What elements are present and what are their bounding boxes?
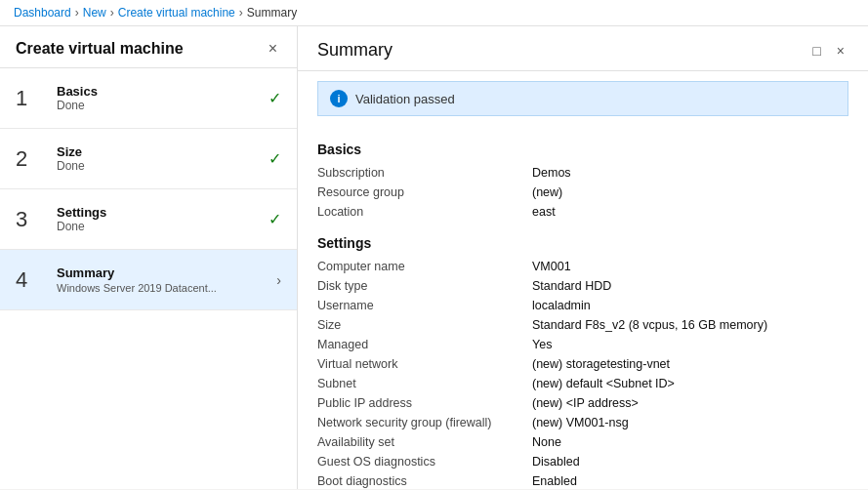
step-info-3: SettingsDone xyxy=(57,205,269,233)
detail-label: Public IP address xyxy=(317,396,532,410)
detail-value: VM001 xyxy=(532,260,571,273)
step-item-basics[interactable]: 1BasicsDone✓ xyxy=(0,68,297,129)
step-info-4: SummaryWindows Server 2019 Datacent... xyxy=(57,265,276,294)
detail-value: (new) xyxy=(532,185,562,199)
detail-label: Virtual network xyxy=(317,357,532,371)
breadcrumb: Dashboard › New › Create virtual machine… xyxy=(0,0,868,26)
detail-label: Managed xyxy=(317,338,532,351)
detail-label: Subscription xyxy=(317,166,532,180)
step-name-4: Summary xyxy=(57,265,276,280)
step-name-3: Settings xyxy=(57,205,269,220)
basics-section-title: Basics xyxy=(317,142,848,157)
table-row: Virtual network(new) storagetesting-vnet xyxy=(317,354,848,374)
checkmark-icon-1: ✓ xyxy=(269,89,281,107)
detail-value: (new) storagetesting-vnet xyxy=(532,357,670,371)
step-number-4: 4 xyxy=(16,267,47,293)
detail-value: Yes xyxy=(532,338,552,351)
breadcrumb-new[interactable]: New xyxy=(83,6,106,20)
table-row: ManagedYes xyxy=(317,335,848,354)
step-status-2: Done xyxy=(57,159,269,173)
breadcrumb-create-vm[interactable]: Create virtual machine xyxy=(118,6,235,20)
checkmark-icon-3: ✓ xyxy=(269,210,281,228)
detail-value: east xyxy=(532,205,556,219)
detail-label: Availability set xyxy=(317,435,532,449)
detail-value: (new) default <Subnet ID> xyxy=(532,377,675,390)
panel-title: Create virtual machine xyxy=(16,40,184,58)
detail-value: None xyxy=(532,435,561,449)
detail-value: localadmin xyxy=(532,299,591,312)
detail-value: Standard F8s_v2 (8 vcpus, 16 GB memory) xyxy=(532,318,767,332)
close-button[interactable]: × xyxy=(265,41,281,57)
steps-list: 1BasicsDone✓2SizeDone✓3SettingsDone✓4Sum… xyxy=(0,68,297,489)
left-panel: Create virtual machine × 1BasicsDone✓2Si… xyxy=(0,26,298,489)
detail-label: Boot diagnostics xyxy=(317,474,532,488)
detail-label: Resource group xyxy=(317,185,532,199)
summary-content: Basics SubscriptionDemosResource group(n… xyxy=(298,126,868,489)
table-row: Public IP address(new) <IP address> xyxy=(317,393,848,413)
breadcrumb-current: Summary xyxy=(247,6,297,20)
basics-rows: SubscriptionDemosResource group(new)Loca… xyxy=(317,163,848,222)
step-status-1: Done xyxy=(57,99,269,112)
table-row: Resource group(new) xyxy=(317,183,848,202)
validation-text: Validation passed xyxy=(355,92,455,106)
step-number-1: 1 xyxy=(16,86,47,111)
breadcrumb-dashboard[interactable]: Dashboard xyxy=(14,6,71,20)
left-panel-header: Create virtual machine × xyxy=(0,26,297,68)
table-row: Subnet(new) default <Subnet ID> xyxy=(317,374,848,393)
step-item-size[interactable]: 2SizeDone✓ xyxy=(0,129,297,189)
detail-label: Location xyxy=(317,205,532,219)
table-row: Boot diagnosticsEnabled xyxy=(317,471,848,489)
step-subtitle-4: Windows Server 2019 Datacent... xyxy=(57,282,276,294)
table-row: SubscriptionDemos xyxy=(317,163,848,183)
step-item-settings[interactable]: 3SettingsDone✓ xyxy=(0,189,297,250)
table-row: Guest OS diagnosticsDisabled xyxy=(317,452,848,471)
detail-value: (new) <IP address> xyxy=(532,396,639,410)
summary-title: Summary xyxy=(317,40,393,61)
settings-section-title: Settings xyxy=(317,235,848,251)
table-row: Usernamelocaladmin xyxy=(317,296,848,315)
step-name-2: Size xyxy=(57,144,269,159)
step-number-2: 2 xyxy=(16,146,47,172)
detail-value: Enabled xyxy=(532,474,577,488)
detail-label: Guest OS diagnostics xyxy=(317,455,532,469)
table-row: Disk typeStandard HDD xyxy=(317,276,848,296)
table-row: Locationeast xyxy=(317,202,848,222)
table-row: SizeStandard F8s_v2 (8 vcpus, 16 GB memo… xyxy=(317,315,848,335)
detail-label: Username xyxy=(317,299,532,312)
table-row: Availability setNone xyxy=(317,432,848,452)
right-panel: Summary □ × i Validation passed Basics S… xyxy=(298,26,868,489)
right-panel-header: Summary □ × xyxy=(298,26,868,71)
info-icon: i xyxy=(330,90,348,107)
checkmark-icon-2: ✓ xyxy=(269,149,281,168)
detail-label: Network security group (firewall) xyxy=(317,416,532,429)
chevron-icon-4: › xyxy=(276,272,281,288)
detail-value: Standard HDD xyxy=(532,279,611,293)
close-panel-button[interactable]: × xyxy=(833,43,848,59)
step-item-summary[interactable]: 4SummaryWindows Server 2019 Datacent...› xyxy=(0,250,297,310)
step-info-2: SizeDone xyxy=(57,144,269,173)
detail-value: (new) VM001-nsg xyxy=(532,416,629,429)
detail-label: Computer name xyxy=(317,260,532,273)
window-controls: □ × xyxy=(808,43,848,59)
step-number-3: 3 xyxy=(16,207,47,232)
detail-label: Size xyxy=(317,318,532,332)
table-row: Network security group (firewall)(new) V… xyxy=(317,413,848,432)
detail-label: Subnet xyxy=(317,377,532,390)
detail-value: Demos xyxy=(532,166,571,180)
settings-rows: Computer nameVM001Disk typeStandard HDDU… xyxy=(317,257,848,489)
maximize-button[interactable]: □ xyxy=(808,43,824,59)
detail-value: Disabled xyxy=(532,455,580,469)
step-status-3: Done xyxy=(57,220,269,233)
validation-bar: i Validation passed xyxy=(317,81,848,116)
detail-label: Disk type xyxy=(317,279,532,293)
step-name-1: Basics xyxy=(57,84,269,99)
table-row: Computer nameVM001 xyxy=(317,257,848,276)
step-info-1: BasicsDone xyxy=(57,84,269,112)
